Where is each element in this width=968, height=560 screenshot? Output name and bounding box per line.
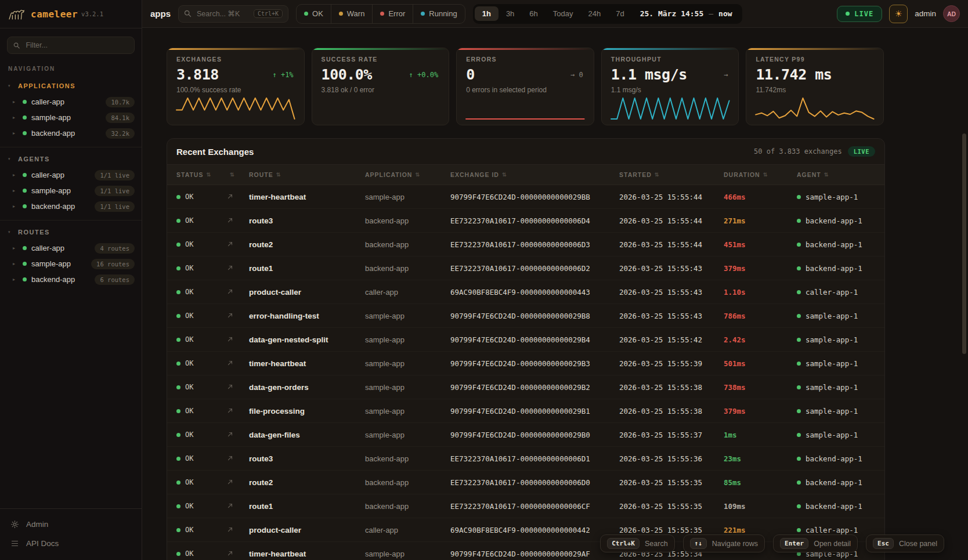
open-detail-icon[interactable]: [227, 334, 249, 345]
column-header[interactable]: EXCHANGE ID ⇅: [450, 171, 619, 178]
filter-input[interactable]: [24, 41, 128, 50]
stat-card-value: 3.818: [176, 66, 219, 83]
agent-cell: caller-app-1: [797, 288, 875, 297]
stat-card-title: THROUGHPUT: [611, 56, 729, 63]
open-detail-icon[interactable]: [227, 406, 249, 416]
sidebar-item[interactable]: ▸ backend-app 6 routes: [0, 272, 142, 287]
open-detail-icon[interactable]: [227, 239, 249, 250]
open-detail-icon[interactable]: [227, 192, 249, 202]
time-from: 25. März 14:55: [640, 9, 704, 18]
route-cell: file-processing: [249, 407, 365, 416]
status-filter-chip[interactable]: OK: [297, 5, 331, 23]
sidebar-item[interactable]: ▸ caller-app 10.7k: [0, 94, 142, 110]
column-header[interactable]: STATUS ⇅: [176, 171, 227, 178]
table-row[interactable]: OK data-gen-nested-split sample-app 9079…: [167, 328, 884, 352]
sidebar-section-header[interactable]: ▾ APPLICATIONS: [0, 78, 142, 94]
table-row[interactable]: OK route3 backend-app EE7322370A10617-00…: [167, 209, 884, 233]
sidebar-item[interactable]: ▸ backend-app 1/1 live: [0, 198, 142, 214]
theme-toggle-button[interactable]: ☀: [889, 5, 908, 23]
status-filter-chip[interactable]: Running: [413, 5, 464, 23]
status-dot: [797, 409, 801, 413]
table-row[interactable]: OK route3 backend-app EE7322370A10617-00…: [167, 447, 884, 471]
status-cell: OK: [176, 335, 227, 344]
table-row[interactable]: OK error-handling-test sample-app 90799F…: [167, 304, 884, 328]
stat-card-value-row: 0 → 0: [466, 66, 584, 83]
stat-card-subtitle: 100.0% success rate: [176, 86, 295, 94]
agent-cell: sample-app-1: [797, 383, 875, 392]
table-row[interactable]: OK timer-heartbeat sample-app 90799F47E6…: [167, 185, 884, 209]
time-range-button[interactable]: 3h: [499, 6, 522, 21]
agent-label: caller-app-1: [806, 288, 858, 297]
sidebar-item[interactable]: ▸ sample-app 16 routes: [0, 256, 142, 272]
scrollbar[interactable]: [962, 133, 966, 354]
stat-card-value-row: 11.742 ms: [756, 66, 874, 83]
status-label: OK: [185, 240, 193, 248]
sidebar-item[interactable]: ▸ sample-app 84.1k: [0, 110, 142, 125]
column-header[interactable]: APPLICATION ⇅: [365, 171, 450, 178]
live-toggle-button[interactable]: LIVE: [837, 6, 882, 22]
status-filter-label: Error: [388, 9, 405, 18]
table-row[interactable]: OK file-processing sample-app 90799F47E6…: [167, 399, 884, 423]
sidebar-filter[interactable]: [7, 37, 135, 54]
time-range-button[interactable]: 6h: [522, 6, 545, 21]
route-cell: error-handling-test: [249, 312, 365, 320]
status-filter-chip[interactable]: Warn: [331, 5, 373, 23]
open-detail-icon[interactable]: [227, 215, 249, 226]
time-range-button[interactable]: 7d: [608, 6, 631, 21]
sidebar-section-label: APPLICATIONS: [18, 82, 75, 89]
table-row[interactable]: OK product-caller caller-app 69AC90BF8EB…: [167, 280, 884, 304]
sidebar-item-label: caller-app: [31, 244, 90, 252]
open-detail-icon[interactable]: [227, 429, 249, 440]
open-detail-icon[interactable]: [227, 358, 249, 368]
status-dot: [23, 246, 27, 250]
sidebar-section-items: ▸ caller-app 4 routes ▸ sample-app 16 ro…: [0, 240, 142, 287]
card-accent-bar: [602, 48, 739, 50]
sidebar-section-header[interactable]: ▾ ROUTES: [0, 224, 142, 240]
search-input[interactable]: [196, 9, 250, 19]
sidebar-item[interactable]: ▸ sample-app 1/1 live: [0, 183, 142, 198]
status-dot: [176, 266, 180, 270]
open-detail-icon[interactable]: [227, 310, 249, 321]
table-row[interactable]: OK timer-heartbeat sample-app 90799F47E6…: [167, 352, 884, 375]
sidebar-item-admin[interactable]: Admin: [0, 515, 142, 534]
table-row[interactable]: OK data-gen-files sample-app 90799F47E6C…: [167, 423, 884, 447]
open-detail-icon[interactable]: [227, 453, 249, 464]
sidebar-section-header[interactable]: ▾ AGENTS: [0, 151, 142, 167]
sparkline-chart: [176, 96, 295, 121]
column-header[interactable]: ⇅: [227, 172, 249, 178]
table-row[interactable]: OK route2 backend-app EE7322370A10617-00…: [167, 471, 884, 494]
status-filter-chip[interactable]: Error: [372, 5, 413, 23]
open-detail-icon[interactable]: [227, 382, 249, 392]
open-detail-icon[interactable]: [227, 525, 249, 535]
open-detail-icon[interactable]: [227, 287, 249, 297]
sidebar-item[interactable]: ▸ caller-app 1/1 live: [0, 167, 142, 183]
table-row[interactable]: OK data-gen-orders sample-app 90799F47E6…: [167, 375, 884, 399]
column-header[interactable]: AGENT ⇅: [797, 171, 875, 178]
sparkline-chart: [466, 96, 584, 121]
time-range-button[interactable]: 1h: [475, 6, 499, 21]
sidebar-item-api-docs[interactable]: API Docs: [0, 534, 142, 553]
table-row[interactable]: OK route1 backend-app EE7322370A10617-00…: [167, 256, 884, 280]
open-detail-icon[interactable]: [227, 477, 249, 487]
duration-cell: 1.10s: [724, 288, 797, 297]
column-header[interactable]: DURATION ⇅: [724, 171, 797, 178]
open-detail-icon[interactable]: [227, 548, 249, 559]
application-cell: backend-app: [365, 478, 450, 487]
status-dot: [23, 100, 27, 104]
table-row[interactable]: OK route1 backend-app EE7322370A10617-00…: [167, 494, 884, 518]
time-display[interactable]: 25. März 14:55 — now: [632, 9, 741, 18]
open-detail-icon[interactable]: [227, 501, 249, 511]
sidebar-item[interactable]: ▸ backend-app 32.2k: [0, 125, 142, 141]
open-detail-icon[interactable]: [227, 263, 249, 273]
duration-cell: 501ms: [724, 359, 797, 368]
column-header[interactable]: STARTED ⇅: [619, 171, 724, 178]
table-row[interactable]: OK route2 backend-app EE7322370A10617-00…: [167, 233, 884, 256]
time-range-button[interactable]: Today: [546, 6, 581, 21]
avatar[interactable]: AD: [943, 5, 960, 22]
sidebar-item[interactable]: ▸ caller-app 4 routes: [0, 240, 142, 256]
status-dot: [797, 314, 801, 318]
column-header[interactable]: ROUTE ⇅: [249, 171, 365, 178]
agent-cell: backend-app-1: [797, 478, 875, 487]
global-search[interactable]: Ctrl+K: [178, 5, 288, 23]
time-range-button[interactable]: 24h: [581, 6, 609, 21]
